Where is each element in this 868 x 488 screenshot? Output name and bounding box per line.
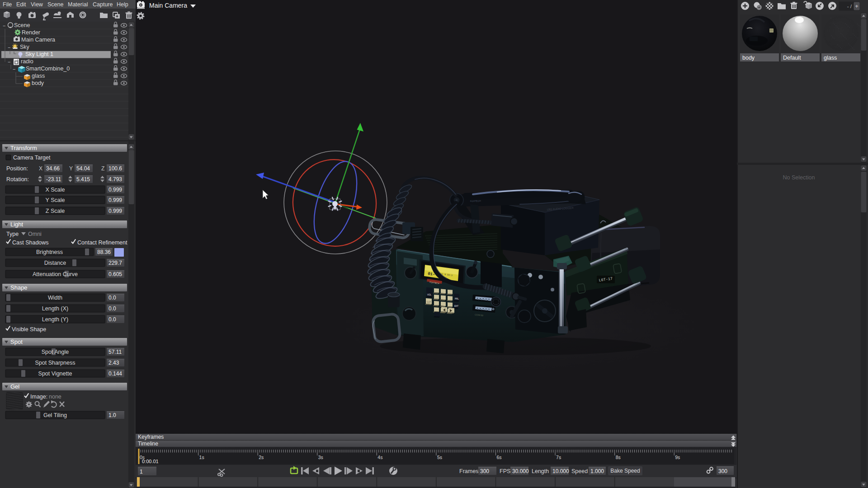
svg-text:Sky Light 1: Sky Light 1 xyxy=(25,51,53,57)
svg-text:0.999: 0.999 xyxy=(108,197,122,203)
svg-text:Length: Length xyxy=(532,468,549,474)
svg-text:Spot Sharpness: Spot Sharpness xyxy=(35,360,75,366)
svg-text:229.7: 229.7 xyxy=(108,260,122,266)
svg-text:2s: 2s xyxy=(259,455,264,460)
svg-text:Speed: Speed xyxy=(571,468,588,474)
svg-text:Width: Width xyxy=(48,295,62,301)
svg-text:88.36: 88.36 xyxy=(97,249,111,255)
svg-text:5.415: 5.415 xyxy=(76,176,90,183)
svg-text:Capture: Capture xyxy=(93,1,113,8)
svg-text:57.11: 57.11 xyxy=(108,349,122,355)
svg-text:No Selection: No Selection xyxy=(783,174,815,181)
svg-text:300: 300 xyxy=(480,468,489,474)
svg-text:ENT: ENT xyxy=(454,305,458,307)
svg-text:Edit: Edit xyxy=(16,1,26,8)
svg-text:View: View xyxy=(31,1,43,8)
svg-text:Y: Y xyxy=(69,165,73,172)
svg-text:Shape: Shape xyxy=(10,284,28,291)
svg-text:glass: glass xyxy=(824,55,837,61)
svg-text:3s: 3s xyxy=(318,455,323,460)
svg-text:PRL: PRL xyxy=(455,298,459,300)
svg-text:Type: Type xyxy=(6,231,19,237)
svg-text:−: − xyxy=(8,45,10,50)
svg-text:Frames: Frames xyxy=(459,468,478,474)
svg-text:Camera Target: Camera Target xyxy=(13,155,51,161)
svg-text:Material: Material xyxy=(68,1,88,8)
svg-text:300: 300 xyxy=(718,468,727,474)
svg-text:Help: Help xyxy=(117,1,128,8)
svg-text:body: body xyxy=(742,55,755,61)
svg-text:VOL: VOL xyxy=(427,294,432,296)
svg-text:54.04: 54.04 xyxy=(76,165,90,172)
svg-text:X: X xyxy=(39,165,42,172)
svg-text:Rotation:: Rotation: xyxy=(6,176,29,183)
svg-text:Image:: Image: xyxy=(30,394,47,400)
svg-text:Contact Refinement: Contact Refinement xyxy=(77,239,127,246)
svg-text:CLR: CLR xyxy=(427,301,431,303)
svg-text:0.605: 0.605 xyxy=(108,271,122,277)
svg-text:0.999: 0.999 xyxy=(108,208,122,214)
svg-text:1.000: 1.000 xyxy=(590,468,604,474)
svg-text:Position:: Position: xyxy=(6,165,28,172)
svg-text:Gel Tiling: Gel Tiling xyxy=(43,412,67,418)
svg-text:34.66: 34.66 xyxy=(46,165,60,172)
svg-text:Brightness: Brightness xyxy=(36,249,63,255)
svg-text:SmartCombine_0: SmartCombine_0 xyxy=(26,66,70,72)
svg-text:- /: - / xyxy=(847,4,852,9)
svg-text:Render: Render xyxy=(22,29,40,36)
svg-text:FOXTECH: FOXTECH xyxy=(470,199,481,202)
svg-text:4.793: 4.793 xyxy=(108,176,122,183)
svg-text:glass: glass xyxy=(32,73,45,79)
svg-text:Z Scale: Z Scale xyxy=(46,208,65,214)
svg-text:Main Camera: Main Camera xyxy=(21,37,55,43)
svg-text:Keyframes: Keyframes xyxy=(138,434,164,440)
svg-text:100.6: 100.6 xyxy=(108,165,122,172)
svg-text:2.43: 2.43 xyxy=(108,360,119,366)
svg-text:6s: 6s xyxy=(496,455,501,460)
svg-text:Visible Shape: Visible Shape xyxy=(12,326,46,333)
svg-text:0.0: 0.0 xyxy=(108,295,116,301)
svg-text:Spot: Spot xyxy=(10,338,23,345)
svg-text:−: − xyxy=(8,59,10,65)
svg-text:none: none xyxy=(49,394,61,400)
svg-text:0.999: 0.999 xyxy=(108,187,122,193)
svg-text:File: File xyxy=(3,1,12,8)
svg-text:−: − xyxy=(3,23,5,28)
svg-text:X Scale: X Scale xyxy=(45,187,65,193)
svg-text:Main Camera: Main Camera xyxy=(149,2,187,9)
svg-text:Scene: Scene xyxy=(14,22,30,28)
svg-text:+: + xyxy=(855,3,858,9)
svg-text:Attenuation Curve: Attenuation Curve xyxy=(33,271,78,277)
svg-text:7s: 7s xyxy=(556,455,561,460)
svg-text:1: 1 xyxy=(140,469,143,475)
svg-text:Omni: Omni xyxy=(28,231,42,237)
svg-text:4s: 4s xyxy=(377,455,382,460)
svg-text:30.000: 30.000 xyxy=(512,468,529,474)
svg-text:Gel: Gel xyxy=(10,383,19,390)
svg-text:8s: 8s xyxy=(616,455,621,460)
svg-text:Default: Default xyxy=(783,55,801,61)
svg-text:Spot Angle: Spot Angle xyxy=(42,349,69,355)
svg-text:Y Scale: Y Scale xyxy=(46,197,65,203)
svg-text:Cast Shadows: Cast Shadows xyxy=(12,239,49,246)
svg-text:Distance: Distance xyxy=(44,260,66,266)
svg-text:radio: radio xyxy=(21,58,33,65)
svg-text:10.000: 10.000 xyxy=(552,468,569,474)
svg-text:1s: 1s xyxy=(199,455,204,460)
svg-text:Bake Speed: Bake Speed xyxy=(610,468,640,474)
svg-text:Length (X): Length (X) xyxy=(42,305,68,312)
svg-text:9s: 9s xyxy=(675,455,680,460)
svg-text:5s: 5s xyxy=(437,455,442,460)
svg-text:Light: Light xyxy=(10,221,24,228)
svg-text:0:00.01: 0:00.01 xyxy=(142,459,159,464)
svg-text:Length (Y): Length (Y) xyxy=(42,316,68,323)
svg-text:FPS: FPS xyxy=(500,468,510,474)
svg-text:Transform: Transform xyxy=(10,145,37,151)
svg-text:-23.11: -23.11 xyxy=(46,176,61,183)
svg-text:Z: Z xyxy=(101,165,104,172)
svg-text:Timeline: Timeline xyxy=(138,441,158,447)
svg-text:0.0: 0.0 xyxy=(108,305,116,312)
svg-text:1.0: 1.0 xyxy=(108,412,116,418)
svg-text:0.144: 0.144 xyxy=(108,371,122,377)
svg-text:0.0: 0.0 xyxy=(108,316,116,323)
